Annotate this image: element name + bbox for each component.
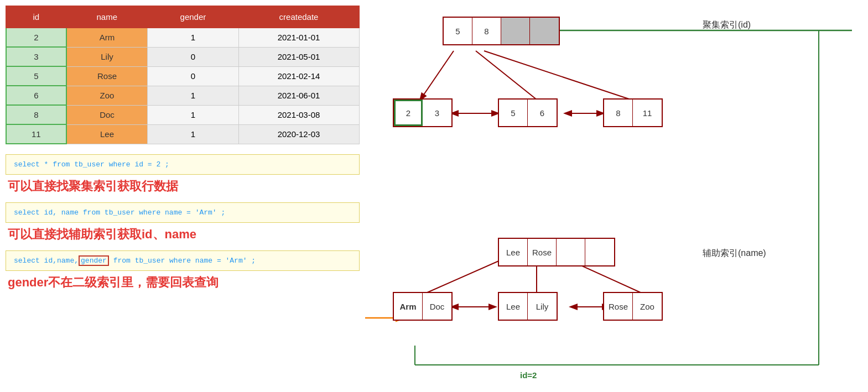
right-panel: 聚集索引(id) 5 8 2 3 row row 5 6 row row 8	[387, 0, 863, 392]
table-row: 3 Lily 0 2021-05-01	[6, 47, 359, 66]
sql3-pre: select id,name,	[14, 257, 79, 265]
id2-label: id=2	[520, 370, 537, 380]
sql2-code: select id, name from tb_user where name …	[14, 208, 225, 217]
cell-name: Lily	[66, 47, 148, 66]
cell-date: 2021-02-14	[238, 66, 359, 86]
sql-box-2: select id, name from tb_user where name …	[6, 202, 360, 223]
sec-root-lee: Lee	[499, 239, 528, 265]
table-row: 5 Rose 0 2021-02-14	[6, 66, 359, 86]
cell-date: 2021-01-01	[238, 28, 359, 47]
secondary-index-label: 辅助索引(name)	[703, 248, 766, 259]
cell-id: 8	[6, 105, 66, 124]
sql3-post: from tb_user where name = 'Arm' ;	[109, 257, 256, 265]
btree-l1-mid-node: 5 6	[498, 98, 558, 127]
root-cell-5: 5	[444, 18, 472, 44]
sql3-highlight: gender	[79, 255, 109, 266]
col-header-gender: gender	[148, 6, 238, 28]
left-panel: id name gender createdate 2 Arm 1 2021-0…	[6, 6, 371, 299]
sql2-desc: 可以直接找辅助索引获取id、name	[6, 226, 371, 243]
cell-id: 6	[6, 86, 66, 105]
cell-id: 5	[6, 66, 66, 86]
sec-root-node: Lee Rose	[498, 238, 615, 266]
cell-name: Zoo	[66, 86, 148, 105]
cell-id: 2	[6, 28, 66, 47]
cell-gender: 0	[148, 47, 238, 66]
btree-l1-left-node: 2 3	[393, 98, 453, 127]
data-table: id name gender createdate 2 Arm 1 2021-0…	[6, 6, 360, 144]
cell-date: 2020-12-03	[238, 124, 359, 144]
l1-left-cell-3: 3	[423, 100, 451, 126]
l1-left-cell-2: 2	[394, 100, 423, 126]
sec-root-g2	[585, 239, 614, 265]
sec-root-rose: Rose	[528, 239, 557, 265]
sql1-desc: 可以直接找聚集索引获取行数据	[6, 178, 371, 195]
cell-name: Doc	[66, 105, 148, 124]
sec-leaf-zoo: Zoo	[633, 293, 662, 320]
sec-leaf-mid-node: Lee Lily	[498, 292, 558, 321]
svg-line-2	[484, 51, 631, 100]
root-cell-g1	[501, 18, 530, 44]
diagram-arrows	[387, 0, 863, 392]
cell-gender: 1	[148, 124, 238, 144]
table-row: 8 Doc 1 2021-03-08	[6, 105, 359, 124]
col-header-id: id	[6, 6, 66, 28]
col-header-name: name	[66, 6, 148, 28]
sql1-code: select * from tb_user where id = 2 ;	[14, 160, 169, 169]
sec-leaf-rose: Rose	[604, 293, 633, 320]
sec-leaf-arm: Arm	[394, 293, 423, 320]
cell-gender: 1	[148, 86, 238, 105]
l1-right-cell-11: 11	[633, 100, 662, 126]
sec-leaf-lee: Lee	[499, 293, 528, 320]
sec-leaf-lily: Lily	[528, 293, 557, 320]
btree-l1-right-node: 8 11	[603, 98, 663, 127]
svg-line-1	[476, 51, 537, 100]
cell-name: Lee	[66, 124, 148, 144]
l1-right-cell-8: 8	[604, 100, 633, 126]
sec-leaf-right-node: Rose Zoo	[603, 292, 663, 321]
root-cell-g2	[530, 18, 559, 44]
svg-line-0	[420, 51, 454, 100]
table-row: 11 Lee 1 2020-12-03	[6, 124, 359, 144]
cell-id: 3	[6, 47, 66, 66]
col-header-createdate: createdate	[238, 6, 359, 28]
sql-box-1: select * from tb_user where id = 2 ;	[6, 154, 360, 175]
sec-leaf-doc: Doc	[423, 293, 451, 320]
sec-leaf-left-node: Arm Doc	[393, 292, 453, 321]
table-row: 6 Zoo 1 2021-06-01	[6, 86, 359, 105]
l1-mid-cell-6: 6	[528, 100, 557, 126]
cell-name: Rose	[66, 66, 148, 86]
cell-name: Arm	[66, 28, 148, 47]
l1-mid-cell-5: 5	[499, 100, 528, 126]
sec-root-g1	[557, 239, 585, 265]
cell-id: 11	[6, 124, 66, 144]
cell-gender: 1	[148, 105, 238, 124]
table-row: 2 Arm 1 2021-01-01	[6, 28, 359, 47]
sql-box-3: select id,name,gender from tb_user where…	[6, 250, 360, 271]
clustered-index-label: 聚集索引(id)	[703, 19, 751, 31]
btree-root-node: 5 8	[443, 17, 560, 45]
cell-date: 2021-06-01	[238, 86, 359, 105]
cell-gender: 0	[148, 66, 238, 86]
cell-date: 2021-03-08	[238, 105, 359, 124]
cell-gender: 1	[148, 28, 238, 47]
cell-date: 2021-05-01	[238, 47, 359, 66]
sql3-desc: gender不在二级索引里，需要回表查询	[6, 274, 371, 291]
root-cell-8: 8	[472, 18, 501, 44]
